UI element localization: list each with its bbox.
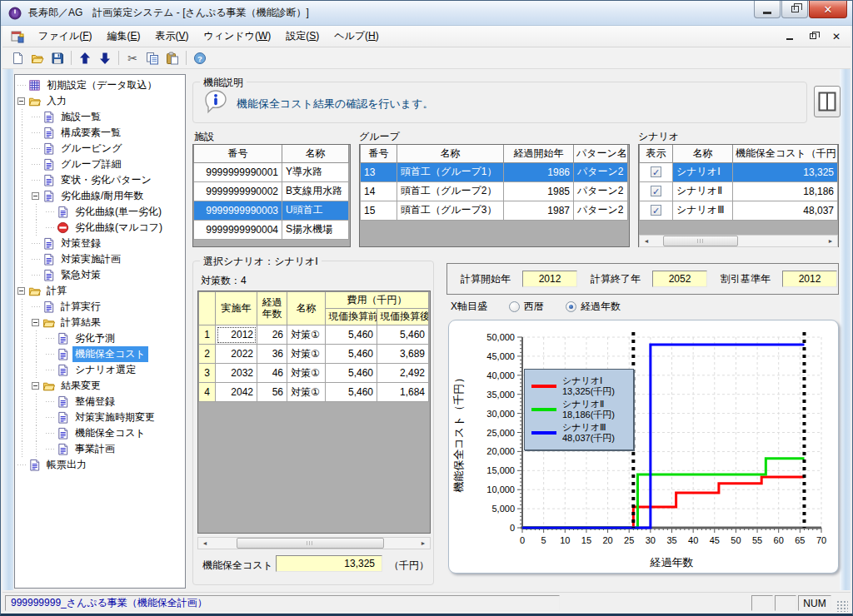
scenario-grid[interactable]: 表示名称機能保全コスト（千円）✓シナリオⅠ13,325✓シナリオⅡ18,186✓… [638, 144, 839, 247]
scroll-right-arrow-icon[interactable]: ► [824, 236, 837, 246]
menu-item-2[interactable]: 表示(V) [147, 26, 196, 47]
tree-item[interactable]: グルーピング [15, 141, 185, 156]
column-header[interactable]: 番号 [361, 145, 397, 162]
column-header[interactable]: 番号 [194, 145, 282, 162]
restore-button[interactable] [781, 1, 808, 18]
column-header[interactable]: 現価換算後 [377, 309, 429, 325]
menu-item-5[interactable]: ヘルプ(H) [327, 26, 387, 47]
tree-item[interactable]: 劣化予測 [15, 330, 185, 346]
column-header[interactable]: 表示 [640, 145, 673, 162]
column-header[interactable]: 費用（千円） [326, 292, 429, 309]
menu-item-4[interactable]: 設定(S) [278, 26, 327, 47]
collapse-toggle-icon[interactable] [32, 382, 39, 390]
tree-item[interactable]: 構成要素一覧 [15, 125, 185, 141]
table-row[interactable]: ✓シナリオⅠ13,325 [640, 162, 838, 181]
tree-item[interactable]: 機能保全コスト [15, 346, 185, 362]
mdi-close-button[interactable]: ✕ [831, 31, 842, 42]
menu-item-3[interactable]: ウィンドウ(W) [197, 26, 279, 47]
visibility-checkbox[interactable]: ✓ [651, 166, 661, 177]
table-row[interactable]: 1201226対策①5,4605,460 [199, 325, 429, 345]
table-row[interactable]: 9999999990001Y導水路 [194, 162, 349, 181]
mdi-restore-button[interactable] [807, 31, 819, 42]
column-header[interactable]: パターン名 [574, 145, 628, 162]
tree-item[interactable]: 計算実行 [15, 299, 185, 315]
radio-icon[interactable] [566, 301, 576, 312]
table-row[interactable]: 9999999990003U頭首工 [194, 201, 349, 220]
collapse-toggle-icon[interactable] [17, 287, 25, 295]
toolbar-paste-button[interactable] [162, 49, 182, 67]
table-row[interactable]: 9999999990002B支線用水路 [194, 181, 349, 201]
calc-end-field[interactable]: 2052 [652, 271, 707, 287]
column-header[interactable]: 名称 [673, 145, 733, 162]
visibility-checkbox[interactable]: ✓ [651, 205, 661, 216]
menu-item-0[interactable]: ファイル(F) [31, 26, 99, 47]
tree-item[interactable]: 事業計画 [15, 441, 185, 457]
tree-item[interactable]: 変状・劣化パターン [15, 172, 185, 188]
table-row[interactable]: ✓シナリオⅢ48,037 [640, 201, 838, 220]
column-header[interactable]: 現価換算前 [326, 309, 377, 325]
table-row[interactable]: 9999999990004S揚水機場 [194, 220, 349, 239]
radio-icon[interactable] [509, 301, 520, 312]
column-header[interactable]: 経過年数 [257, 292, 287, 325]
column-header[interactable]: 経過開始年 [504, 145, 574, 162]
group-grid[interactable]: 番号名称経過開始年パターン名13頭首工（グループ1）1986パターン214頭首工… [359, 144, 630, 247]
measures-grid[interactable]: 実施年経過年数名称費用（千円）現価換算前現価換算後1201226対策①5,460… [197, 291, 431, 534]
column-header[interactable]: 名称 [282, 145, 349, 162]
toolbar-save-button[interactable] [47, 49, 67, 67]
radio-option-keikanensu[interactable]: 経過年数 [566, 300, 621, 314]
table-row[interactable]: 13頭首工（グループ1）1986パターン2 [361, 162, 628, 181]
table-row[interactable]: 15頭首工（グループ3）1987パターン2 [361, 201, 628, 220]
scrollbar-thumb[interactable] [663, 236, 738, 246]
tree-item[interactable]: 入力 [15, 93, 185, 109]
toolbar-move-up-button[interactable] [75, 49, 95, 67]
discount-base-field[interactable]: 2012 [782, 271, 837, 287]
collapse-toggle-icon[interactable] [32, 319, 39, 326]
toolbar-help-button[interactable]: ? [190, 49, 210, 67]
tree-item[interactable]: 計算 [15, 283, 185, 299]
total-cost-field[interactable]: 13,325 [276, 555, 382, 572]
tree-item[interactable]: 対策実施計画 [15, 251, 185, 267]
tree-item[interactable]: 初期設定（データ取込） [15, 77, 185, 93]
scroll-right-arrow-icon[interactable]: ► [417, 538, 430, 549]
table-row[interactable]: 2202236対策①5,4603,689 [199, 345, 429, 364]
table-row[interactable]: ✓シナリオⅡ18,186 [640, 181, 838, 201]
tree-item[interactable]: シナリオ選定 [15, 362, 185, 378]
tree-item[interactable]: 帳票出力 [15, 457, 185, 473]
tree-item[interactable]: 整備登録 [15, 394, 185, 410]
table-row[interactable]: 3203246対策①5,4602,492 [199, 364, 429, 383]
scrollbar-thumb[interactable] [237, 538, 384, 549]
scenario-grid-hscrollbar[interactable]: ◄ ► [639, 235, 838, 247]
tree-item[interactable]: 劣化曲線(単一劣化) [15, 204, 185, 220]
column-header[interactable]: 機能保全コスト（千円） [733, 145, 838, 162]
tree-item[interactable]: 結果変更 [15, 378, 185, 394]
column-header[interactable]: 名称 [287, 292, 326, 325]
visibility-checkbox[interactable]: ✓ [651, 186, 661, 196]
scroll-left-arrow-icon[interactable]: ◄ [198, 538, 212, 549]
calc-start-field[interactable]: 2012 [522, 271, 577, 287]
table-row[interactable]: 4204256対策①5,4601,684 [199, 383, 429, 402]
column-header[interactable]: 名称 [397, 145, 504, 162]
split-view-button[interactable] [814, 86, 841, 117]
measures-grid-hscrollbar[interactable]: ◄ ► [197, 537, 431, 549]
tree-item[interactable]: 機能保全コスト [15, 425, 185, 441]
resize-grip[interactable] [836, 600, 848, 612]
tree-item[interactable]: 対策実施時期変更 [15, 410, 185, 425]
scroll-left-arrow-icon[interactable]: ◄ [640, 236, 653, 246]
tree-item[interactable]: 計算結果 [15, 315, 185, 330]
column-header[interactable]: 実施年 [216, 292, 257, 325]
toolbar-new-document-button[interactable] [7, 49, 27, 67]
minimize-button[interactable] [754, 1, 781, 18]
collapse-toggle-icon[interactable] [32, 192, 39, 200]
collapse-toggle-icon[interactable] [17, 97, 25, 105]
toolbar-cut-button[interactable]: ✂ [122, 49, 142, 67]
radio-option-seireki[interactable]: 西暦 [509, 300, 544, 314]
menu-item-1[interactable]: 編集(E) [99, 26, 147, 47]
table-row[interactable]: 14頭首工（グループ2）1985パターン2 [361, 181, 628, 201]
close-button[interactable]: ✕ [809, 1, 847, 18]
tree-item[interactable]: 劣化曲線(マルコフ) [15, 220, 185, 236]
toolbar-move-down-button[interactable] [95, 49, 115, 67]
toolbar-copy-button[interactable] [142, 49, 162, 67]
tree-item[interactable]: 対策登録 [15, 236, 185, 251]
mdi-minimize-button[interactable] [784, 31, 796, 42]
toolbar-open-folder-button[interactable] [27, 49, 47, 67]
